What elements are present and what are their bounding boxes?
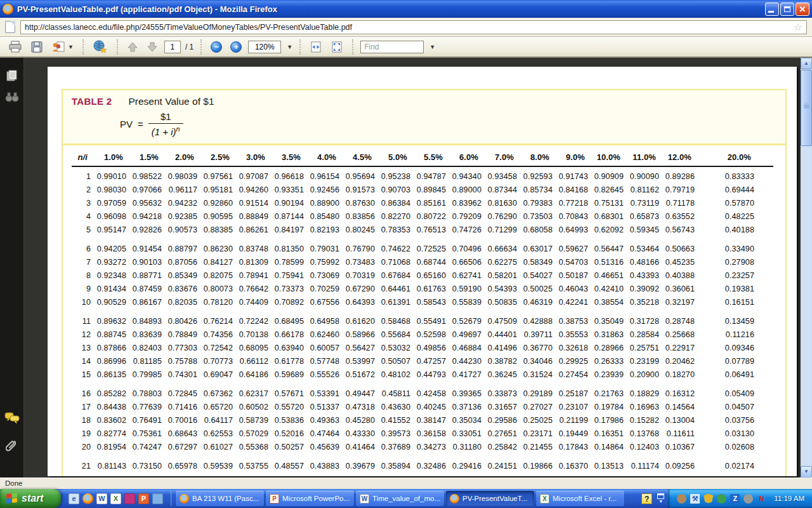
task-button[interactable]: XMicrosoft Excel - r... xyxy=(536,491,624,506)
zoom-in-button[interactable]: + xyxy=(228,39,244,55)
start-button[interactable]: start xyxy=(0,489,61,508)
help-icon[interactable]: ? xyxy=(641,493,652,504)
pv-factor-cell: 0.42241 xyxy=(553,296,588,309)
pv-factor-cell: 0.57748 xyxy=(304,355,339,368)
email-attach-button[interactable]: ▼ xyxy=(49,39,75,55)
pv-factor-cell: 0.44401 xyxy=(481,328,517,342)
search-binoculars-icon[interactable] xyxy=(4,90,20,105)
restore-button[interactable] xyxy=(780,3,794,16)
snapshot-button[interactable] xyxy=(91,39,110,55)
down-arrow-icon xyxy=(147,41,158,53)
period-cell: 11 xyxy=(72,315,91,328)
attachments-paperclip-icon[interactable] xyxy=(4,438,20,453)
pv-factor-cell: 0.94232 xyxy=(162,197,197,210)
print-button[interactable] xyxy=(6,39,24,55)
pv-factor-cell: 0.78803 xyxy=(126,387,162,401)
pv-factor-cell: 0.23107 xyxy=(553,401,588,414)
table-row: 110.896320.848930.804260.762140.722420.6… xyxy=(72,315,785,328)
messenger-icon[interactable] xyxy=(152,493,163,504)
updater-icon[interactable] xyxy=(717,494,726,504)
antivirus-shield-icon[interactable] xyxy=(704,494,713,504)
close-button[interactable]: ✕ xyxy=(796,3,809,16)
task-button[interactable]: BA 213 W11 (Pasc... xyxy=(176,491,264,506)
pv-factor-cell: 0.69954 xyxy=(126,473,162,476)
pv-factor-cell: 0.50025 xyxy=(517,283,553,296)
previous-page-button[interactable] xyxy=(125,39,140,55)
page-number-input[interactable] xyxy=(164,41,181,53)
novell-icon[interactable]: N xyxy=(757,494,766,504)
fit-width-button[interactable] xyxy=(308,39,324,55)
find-dropdown-caret-icon[interactable]: ▼ xyxy=(429,44,435,50)
pv-factor-cell: 0.74247 xyxy=(126,441,162,454)
pv-factor-cell: 0.23199 xyxy=(624,355,659,368)
pv-factor-cell: 0.84127 xyxy=(197,256,233,269)
pv-factor-cell: 0.21763 xyxy=(588,387,624,401)
comments-panel-icon[interactable] xyxy=(4,410,20,425)
scrollbar-thumb[interactable] xyxy=(801,70,812,146)
pv-factor-cell: 0.33490 xyxy=(695,243,754,256)
pv-factor-cell: 0.58543 xyxy=(410,296,446,309)
pv-table: n/i1.0%1.5%2.0%2.5%3.0%3.5%4.0%4.5%5.0%5… xyxy=(63,145,785,476)
pv-factor-cell: 0.71416 xyxy=(162,401,197,414)
pv-factor-cell: 0.62460 xyxy=(304,328,339,342)
table-row: 10.990100.985220.980390.975610.970870.96… xyxy=(72,170,785,184)
pv-factor-cell: 0.03756 xyxy=(695,414,754,427)
messenger-face-icon[interactable] xyxy=(677,494,686,504)
save-button[interactable] xyxy=(29,39,45,55)
internet-explorer-icon[interactable]: e xyxy=(69,493,79,504)
word-icon[interactable]: W xyxy=(96,493,107,504)
pv-factor-cell: 0.48166 xyxy=(624,256,659,269)
pv-factor-cell: 0.76790 xyxy=(339,243,375,256)
pv-factor-cell: 0.62092 xyxy=(588,224,624,237)
network-tool-icon[interactable]: ⚒ xyxy=(690,494,700,504)
pv-factor-cell: 0.72242 xyxy=(233,315,268,328)
pv-factor-cell: 0.75992 xyxy=(304,256,339,269)
task-button[interactable]: PMicrosoft PowerPo... xyxy=(266,491,354,506)
pv-factor-cell: 0.68643 xyxy=(162,427,197,441)
excel-icon[interactable]: X xyxy=(110,493,121,504)
floppy-disk-icon xyxy=(30,41,43,53)
zoom-dropdown-caret-icon[interactable]: ▼ xyxy=(287,44,292,50)
pages-panel-icon[interactable] xyxy=(4,68,20,83)
pv-factor-cell: 0.98030 xyxy=(91,184,126,197)
zoom-level-select[interactable]: 120% xyxy=(248,41,281,53)
zenworks-icon[interactable]: Z xyxy=(730,494,740,504)
zoom-out-button[interactable]: − xyxy=(209,39,224,55)
pv-factor-cell: 0.65873 xyxy=(624,210,659,224)
pv-factor-cell: 0.32618 xyxy=(553,342,588,355)
pv-factor-cell: 0.45280 xyxy=(339,414,375,427)
pv-factor-cell: 0.13513 xyxy=(588,460,624,473)
minimize-button[interactable] xyxy=(765,3,779,16)
pv-factor-cell: 0.50507 xyxy=(375,355,410,368)
bookmark-star-icon[interactable]: ☆ xyxy=(794,21,802,34)
vertical-scrollbar[interactable]: ▲ ▼ xyxy=(801,58,812,478)
pv-factor-cell: 0.02174 xyxy=(695,460,754,473)
clock: 11:19 AM xyxy=(774,495,804,502)
pv-factor-cell: 0.92860 xyxy=(197,197,233,210)
next-page-button[interactable] xyxy=(145,39,160,55)
pv-factor-cell: 0.89286 xyxy=(659,170,695,184)
task-button[interactable]: WTime_value_of_mo... xyxy=(356,491,444,506)
firefox-icon[interactable] xyxy=(82,493,93,504)
find-input[interactable] xyxy=(360,41,424,53)
powerpoint-icon[interactable]: P xyxy=(138,493,149,504)
task-button[interactable]: PV-PresentValueT... xyxy=(446,491,534,506)
pv-factor-cell: 0.73069 xyxy=(304,269,339,283)
pv-factor-cell: 0.90103 xyxy=(126,256,162,269)
toolbar-chevron-icon[interactable]: ▼ xyxy=(657,493,664,504)
scroll-up-button[interactable]: ▲ xyxy=(801,58,812,69)
pv-factor-cell: 0.20462 xyxy=(659,355,695,368)
fit-page-button[interactable] xyxy=(329,39,345,55)
pv-factor-cell: 0.90703 xyxy=(375,184,410,197)
table-row: 100.905290.861670.820350.781200.744090.7… xyxy=(72,296,785,309)
volume-icon[interactable] xyxy=(743,494,753,504)
url-input[interactable]: http://classes.lanecc.edu/file.php/24555… xyxy=(20,20,807,34)
period-cell: 12 xyxy=(72,328,91,342)
scroll-down-button[interactable]: ▼ xyxy=(801,466,812,478)
pv-factor-cell: 0.86135 xyxy=(91,368,126,382)
table-row: 50.951470.928260.905730.883850.862610.84… xyxy=(72,224,785,237)
pv-factor-cell: 0.72845 xyxy=(162,387,197,401)
access-icon[interactable] xyxy=(124,493,135,504)
firefox-icon xyxy=(450,494,459,504)
pv-factor-cell: 0.45639 xyxy=(304,441,339,454)
